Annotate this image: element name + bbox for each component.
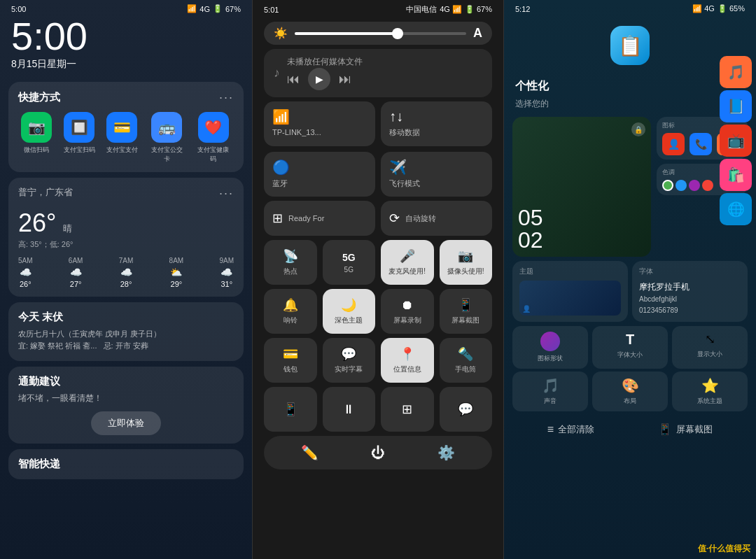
bluetooth-icon: 🔵	[272, 159, 367, 176]
forecast-8am: 8AM ⛅ 29°	[169, 257, 184, 288]
app-icon-5[interactable]: 🌐	[720, 193, 752, 225]
mobile-data-tile[interactable]: ↑↓ 移动数据	[381, 101, 492, 146]
shortcut-transit[interactable]: 🚌 支付宝公交卡	[149, 112, 184, 164]
dark-mode-tile[interactable]: 🌙 深色主题	[323, 289, 376, 334]
clock-widget: 0502 🔒	[512, 117, 651, 257]
shortcut-alipay-scan[interactable]: 🔲 支付宝扫码	[64, 112, 95, 164]
airplane-label: 飞行模式	[389, 178, 484, 189]
location-icon: 📍	[400, 346, 415, 362]
mic-label: 麦克风使用!	[388, 267, 426, 276]
layout-icon: 🎨	[622, 377, 639, 394]
media-title: 未播放任何媒体文件	[287, 56, 482, 68]
app-icon-3[interactable]: 📺	[720, 125, 752, 157]
power-icon-p2[interactable]: ⏻	[360, 442, 396, 464]
clear-all-btn[interactable]: ≡ 全部清除	[547, 423, 594, 436]
brightness-track[interactable]	[295, 32, 466, 35]
screenshot-tile[interactable]: 📱 屏幕截图	[440, 289, 493, 334]
battery-icon-p1: 🔋	[213, 4, 223, 13]
status-bar-p3: 5:12 📶 4G 🔋 65%	[504, 0, 756, 16]
forecast-5am: 5AM ☁️ 26°	[18, 257, 33, 288]
large-time-p1: 5:00	[0, 15, 252, 58]
more-tile-3[interactable]: ⊞	[381, 387, 434, 432]
brightness-fill	[295, 32, 398, 35]
tiktok-icon[interactable]: 🎵	[720, 56, 752, 88]
color-dot-blue[interactable]	[676, 180, 687, 191]
small-tiles-row1: 📡 热点 5G 5G 🎤 麦克风使用! 📷 摄像头使用!	[264, 240, 492, 285]
shortcut-health[interactable]: ❤️ 支付宝健康码	[196, 112, 231, 164]
screen-record-tile[interactable]: ⏺ 屏幕录制	[381, 289, 434, 334]
color-dot-purple[interactable]	[689, 180, 700, 191]
more-tile-2[interactable]: ⏸	[323, 387, 376, 432]
system-theme-item[interactable]: ⭐ 系统主题	[672, 372, 748, 411]
ready-for-icon: ⊞	[272, 211, 283, 226]
theme-preview[interactable]: 👤	[519, 281, 621, 316]
wifi-tile[interactable]: 📶 TP-LINK_13...	[264, 101, 375, 146]
more-icon-3: ⊞	[402, 402, 412, 417]
camera-tile[interactable]: 📷 摄像头使用!	[440, 240, 493, 285]
font-size-label: 字体大小	[617, 351, 643, 360]
wallet-label: 钱包	[284, 365, 298, 374]
next-btn[interactable]: ⏭	[339, 72, 351, 87]
clear-icon: ≡	[547, 423, 554, 436]
media-controls: ⏮ ▶ ⏭	[287, 68, 482, 90]
color-dot-red[interactable]	[702, 180, 713, 191]
app-icon-2[interactable]: 📘	[720, 90, 752, 122]
app-icon-4[interactable]: 🛍️	[720, 159, 752, 191]
bluetooth-label: 蓝牙	[272, 178, 367, 189]
personalize-title: 个性化	[504, 76, 756, 98]
icon-shape-item[interactable]: 图标形状	[512, 326, 588, 369]
mic-icon: 🎤	[400, 248, 415, 264]
small-tiles-row3: 💳 钱包 💬 实时字幕 📍 位置信息 🔦 手电筒	[264, 338, 492, 383]
layout-item[interactable]: 🎨 布局	[592, 372, 668, 411]
color-dot-green[interactable]	[662, 180, 673, 191]
bluetooth-tile[interactable]: 🔵 蓝牙	[264, 152, 375, 197]
screen-record-icon: ⏺	[401, 298, 414, 313]
auto-rotate-label: 自动旋转	[405, 213, 436, 224]
smart-express-title: 智能快递	[18, 458, 234, 471]
commute-btn[interactable]: 立即体验	[91, 411, 161, 435]
screenshot-label: 屏幕截图	[451, 316, 479, 325]
mic-tile[interactable]: 🎤 麦克风使用!	[381, 240, 434, 285]
weather-menu-icon[interactable]: ···	[219, 186, 234, 201]
prev-btn[interactable]: ⏮	[287, 72, 300, 87]
font-size-item[interactable]: T 字体大小	[592, 326, 668, 369]
hotspot-tile[interactable]: 📡 热点	[264, 240, 317, 285]
play-btn[interactable]: ▶	[308, 68, 330, 90]
alipay-pay-label: 支付宝支付	[106, 146, 138, 155]
shortcut-alipay-pay[interactable]: 💳 支付宝支付	[106, 112, 138, 164]
brightness-slider[interactable]: ☀️ A	[264, 22, 492, 45]
screenshot-btn-p3[interactable]: 📱 屏幕截图	[658, 423, 713, 436]
status-time-p1: 5:00	[11, 5, 26, 13]
location-label: 位置信息	[393, 365, 421, 374]
display-size-item[interactable]: ⤡ 显示大小	[672, 326, 748, 369]
subtitle-tile[interactable]: 💬 实时字幕	[323, 338, 376, 383]
ring-tile[interactable]: 🔔 响铃	[264, 289, 317, 334]
settings-icon-p2[interactable]: ⚙️	[426, 441, 466, 464]
5g-tile[interactable]: 5G 5G	[323, 240, 376, 285]
auto-rotate-tile[interactable]: ⟳ 自动旋转	[381, 201, 492, 236]
airplane-tile[interactable]: ✈️ 飞行模式	[381, 152, 492, 197]
shortcut-wechat[interactable]: 📷 微信扫码	[21, 112, 52, 164]
hotspot-label: 热点	[284, 267, 298, 276]
weather-temp: 26°	[18, 208, 56, 238]
wallet-tile[interactable]: 💳 钱包	[264, 338, 317, 383]
flashlight-icon: 🔦	[458, 346, 473, 362]
smart-express-card: 智能快递	[8, 449, 244, 479]
sound-item[interactable]: 🎵 声音	[512, 372, 588, 411]
commute-text: 堵不堵，一眼看清楚！	[18, 392, 234, 404]
font-label: 字体	[639, 267, 741, 276]
shortcuts-list: 📷 微信扫码 🔲 支付宝扫码 💳 支付宝支付 🚌 支付宝公交卡 ❤️ 支付宝健康…	[18, 112, 234, 164]
edit-icon-p2[interactable]: ✏️	[290, 441, 330, 464]
forecast-9am: 9AM ☁️ 31°	[219, 257, 234, 288]
shortcuts-title: 快捷方式	[18, 91, 60, 104]
more-tile-1[interactable]: 📱	[264, 387, 317, 432]
ready-for-tile[interactable]: ⊞ Ready For	[264, 201, 375, 236]
signal-p3: 📶 4G	[692, 4, 715, 13]
commute-card: 通勤建议 堵不堵，一眼看清楚！ 立即体验	[8, 367, 244, 444]
shortcuts-menu-icon[interactable]: ···	[219, 90, 234, 105]
more-tile-4[interactable]: 💬	[440, 387, 493, 432]
flashlight-tile[interactable]: 🔦 手电筒	[440, 338, 493, 383]
font-size-T-icon: T	[626, 332, 634, 348]
location-tile[interactable]: 📍 位置信息	[381, 338, 434, 383]
almanac-title: 今天 末伏	[18, 311, 234, 324]
